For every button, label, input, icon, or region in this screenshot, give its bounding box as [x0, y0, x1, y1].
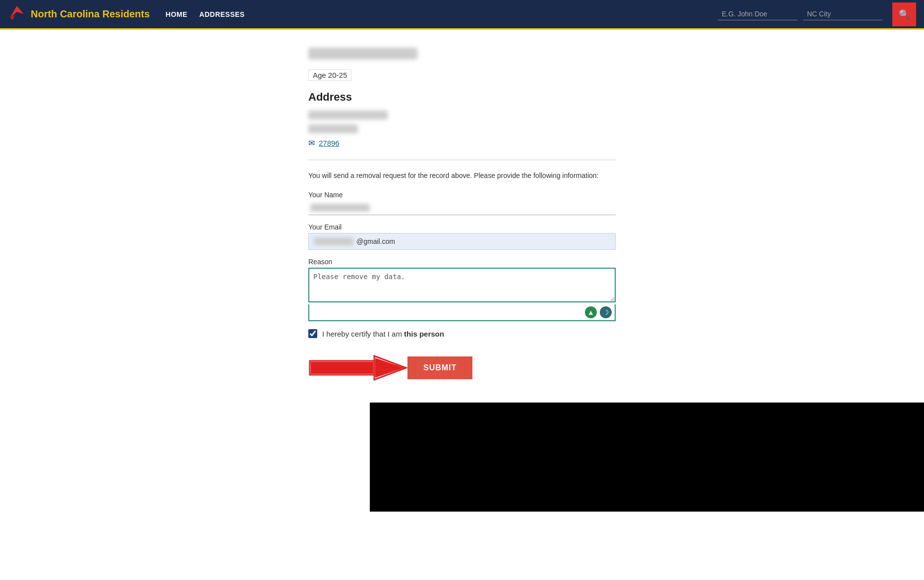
your-email-label: Your Email [308, 223, 616, 231]
submit-button[interactable]: SUBMIT [407, 356, 472, 379]
logo-icon [8, 4, 26, 24]
your-name-field-wrap [308, 201, 616, 215]
reason-label: Reason [308, 258, 616, 266]
person-name-blurred [308, 48, 616, 65]
email-prefix-blurred [314, 237, 353, 245]
your-name-label: Your Name [308, 191, 616, 199]
zip-line: ✉ 27896 [308, 138, 616, 148]
zip-code[interactable]: 27896 [319, 139, 340, 147]
textarea-ctrl-moon[interactable]: ☽ [600, 306, 612, 318]
mail-icon: ✉ [308, 138, 315, 148]
main-content: Age 20-25 Address ✉ 27896 You will send … [289, 30, 635, 383]
search-city-input[interactable] [803, 8, 882, 20]
section-divider [308, 160, 616, 160]
svg-marker-0 [10, 6, 24, 18]
navbar-brand[interactable]: North Carolina Residents [8, 4, 150, 24]
navbar: North Carolina Residents HOME ADDRESSES … [0, 0, 924, 30]
submit-row: SUBMIT [308, 353, 616, 383]
search-button[interactable]: 🔍 [892, 2, 916, 26]
arrow-svg [308, 353, 407, 383]
bottom-right-black [370, 403, 924, 512]
textarea-ctrl-up[interactable]: ▲ [585, 306, 597, 318]
bottom-left-white [0, 403, 370, 512]
textarea-controls: ▲ ☽ [308, 304, 616, 321]
certify-label: I hereby certify that I am this person [322, 330, 444, 338]
arrow-graphic [308, 353, 407, 383]
address-line-1 [308, 111, 616, 121]
reason-textarea[interactable]: Please remove my data. [308, 268, 616, 302]
removal-info-text: You will send a removal request for the … [308, 170, 616, 181]
svg-rect-4 [311, 362, 373, 374]
age-range: Age 20-25 [308, 69, 351, 81]
address-title: Address [308, 91, 616, 104]
navbar-inputs: 🔍 [718, 2, 916, 26]
navbar-title: North Carolina Residents [31, 8, 150, 20]
nav-home[interactable]: HOME [166, 10, 187, 18]
address-line-2 [308, 124, 616, 135]
search-name-input[interactable] [718, 8, 797, 20]
bottom-area [0, 403, 924, 512]
navbar-nav: HOME ADDRESSES [166, 10, 245, 18]
certify-checkbox[interactable] [308, 329, 317, 338]
email-field-wrap[interactable]: @gmail.com [308, 233, 616, 250]
your-name-value-blurred [310, 204, 370, 212]
svg-marker-5 [375, 358, 404, 378]
nav-addresses[interactable]: ADDRESSES [199, 10, 245, 18]
email-suffix: @gmail.com [356, 237, 395, 245]
certify-row: I hereby certify that I am this person [308, 329, 616, 338]
search-icon: 🔍 [899, 9, 910, 20]
